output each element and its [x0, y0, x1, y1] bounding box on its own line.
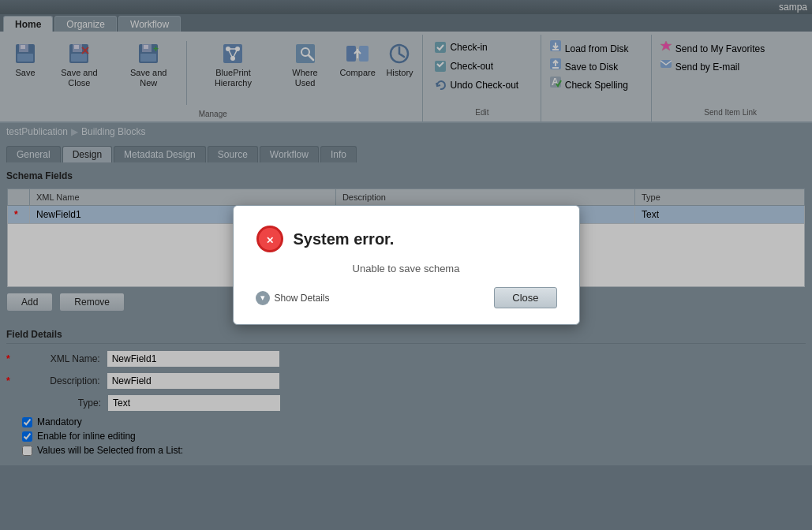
- error-dialog: ✕ System error. Unable to save schema ▾ …: [233, 205, 580, 325]
- svg-text:✕: ✕: [266, 235, 274, 246]
- dialog-title: System error.: [294, 230, 395, 248]
- dialog-footer: ▾ Show Details Close: [256, 287, 557, 308]
- chevron-down-icon: ▾: [256, 291, 270, 305]
- show-details-button[interactable]: ▾ Show Details: [256, 291, 330, 305]
- dialog-header: ✕ System error.: [256, 225, 557, 253]
- dialog-overlay: ✕ System error. Unable to save schema ▾ …: [0, 0, 812, 530]
- show-details-label: Show Details: [275, 293, 330, 304]
- dialog-message: Unable to save schema: [256, 263, 557, 274]
- close-dialog-button[interactable]: Close: [494, 287, 556, 308]
- error-icon: ✕: [256, 225, 284, 253]
